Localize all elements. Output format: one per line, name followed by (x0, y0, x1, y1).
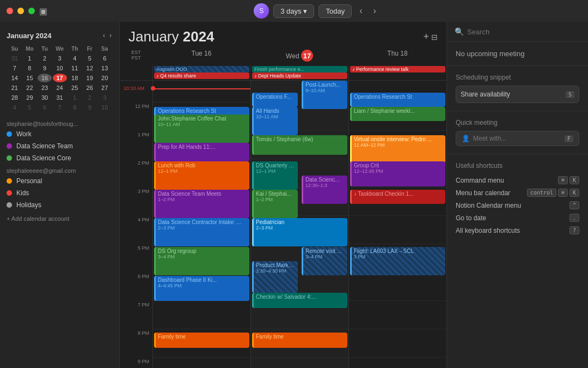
event-pediatrician[interactable]: Pediatrician 2–3 PM (252, 218, 347, 246)
mini-cal-day[interactable]: 2 (83, 93, 96, 102)
mini-cal-day[interactable]: 3 (97, 93, 112, 102)
mini-cal-day[interactable]: 15 (23, 74, 37, 82)
mini-cal-day[interactable]: 13 (97, 64, 112, 73)
mini-cal-next[interactable]: › (108, 31, 113, 40)
layout-icon: ▣ (39, 6, 47, 16)
next-arrow[interactable]: › (370, 4, 379, 18)
event-ds-team-meets[interactable]: Data Science Team Meets 1–2 PM (154, 190, 249, 218)
event-remote-visit[interactable]: Remote visit ... 3–4 PM (302, 247, 347, 275)
event-product-marketing[interactable]: Product Marketing Q&A 3:30–4:30 PM (252, 261, 298, 293)
mini-cal-day[interactable]: 5 (23, 103, 37, 112)
sidebar-item-work[interactable]: Work (0, 128, 119, 140)
mini-cal-day[interactable]: 28 (8, 93, 22, 102)
mini-cal-day[interactable]: 18 (68, 74, 82, 82)
sidebar-item-holidays[interactable]: Holidays (0, 199, 119, 211)
day-header-tue16[interactable]: Tue 16 (152, 47, 250, 65)
event-family-time-tue[interactable]: Family time (154, 333, 249, 348)
event-operations-f[interactable]: Operations F... (252, 93, 298, 107)
mini-cal-day[interactable]: 27 (97, 83, 112, 92)
cal-options-button[interactable]: ⊟ (431, 33, 438, 41)
mini-cal-day[interactable]: 9 (83, 103, 96, 112)
event-lunch-rob[interactable]: Lunch with Rob 12–1 PM (154, 161, 249, 190)
event-operations-research-thu[interactable]: Operations Research St (350, 93, 445, 107)
mini-cal-grid: Su Mo Tu We Th Fr Sa 31 1 2 3 4 5 6 (7, 44, 113, 113)
sidebar-item-data-science-core[interactable]: Data Science Core (0, 152, 119, 164)
current-time-indicator: 10:10 AM (153, 88, 250, 89)
event-family-time-wed[interactable]: Family time (252, 333, 347, 348)
mini-cal-day[interactable]: 30 (38, 93, 51, 102)
share-availability-button[interactable]: Share availability S (456, 86, 579, 103)
mini-cal-day[interactable]: 2 (38, 54, 51, 63)
sidebar-item-kids[interactable]: Kids (0, 187, 119, 199)
mini-cal-day[interactable]: 6 (38, 103, 51, 112)
mini-cal-day[interactable]: 23 (38, 83, 51, 92)
add-column-button[interactable]: + (423, 31, 429, 43)
event-data-science-col[interactable]: Data Scienc... 12:30–1:3 (302, 176, 347, 204)
day-header-thu18[interactable]: Thu 18 (348, 47, 446, 65)
search-input[interactable] (467, 28, 580, 36)
mini-cal-day[interactable]: 26 (83, 83, 96, 92)
mini-cal-day[interactable]: 3 (53, 54, 67, 63)
event-ds-quarterly[interactable]: DS Quarterly Outreach 12–1 PM (252, 161, 298, 190)
event-virtual-onsite[interactable]: Virtual onsite interview: Pedro ... 11 A… (350, 135, 445, 164)
today-button[interactable]: Today (318, 4, 352, 18)
days-selector[interactable]: 3 days ▾ (273, 4, 314, 18)
mini-cal-day[interactable]: 20 (97, 74, 112, 82)
add-calendar-account[interactable]: + Add calendar account (0, 211, 119, 226)
mini-cal-day[interactable]: 12 (83, 64, 96, 73)
event-flight-la603[interactable]: Flight: LA603 LAX→SCL 3 PM (350, 247, 445, 275)
event-prep-all-hands[interactable]: Prep for All Hands 11:... (154, 143, 249, 161)
allday-event-finish[interactable]: Finish performance e... (252, 66, 347, 73)
mini-cal-day[interactable]: 31 (53, 93, 67, 102)
mini-cal-day[interactable]: 8 (68, 103, 82, 112)
mini-cal-day[interactable]: 4 (68, 54, 82, 63)
mini-cal-day[interactable]: 7 (8, 64, 22, 73)
event-taskboard-checkin[interactable]: ♪ Taskboard Checkin 1... (350, 190, 445, 204)
event-checkin-salvador[interactable]: Checkin w/ Salvador 4:... (252, 293, 347, 308)
mini-cal-day[interactable]: 29 (23, 93, 37, 102)
event-ds-org-regroup[interactable]: DS Org regroup 3–4 PM (154, 247, 249, 275)
maximize-button[interactable] (28, 8, 35, 14)
mini-cal-day[interactable]: 10 (53, 64, 67, 73)
event-coffee-chat[interactable]: John:Stephanie Coffee Chat 10–11 AM (154, 114, 249, 143)
day-header-wed17[interactable]: Wed 17 (250, 47, 348, 65)
mini-cal-day[interactable]: 8 (23, 64, 37, 73)
mini-cal-day[interactable]: 31 (8, 54, 22, 63)
mini-cal-day[interactable]: 25 (68, 83, 82, 92)
mini-cal-day[interactable]: 14 (8, 74, 22, 82)
mini-cal-day[interactable]: 21 (8, 83, 22, 92)
allday-event-augusto[interactable]: Augusto OOO (154, 66, 249, 73)
mini-cal-day[interactable]: 4 (8, 103, 22, 112)
event-group-crit[interactable]: Group Crit 12–12:45 PM (350, 161, 445, 186)
mini-cal-day[interactable]: 5 (83, 54, 96, 63)
event-post-launch[interactable]: Post-Launch... 9–10 AM (302, 81, 347, 109)
mini-cal-day[interactable]: 6 (97, 54, 112, 63)
mini-cal-day[interactable]: 24 (53, 83, 67, 92)
mini-cal-day[interactable]: 1 (23, 54, 37, 63)
mini-cal-day[interactable]: 1 (68, 93, 82, 102)
event-tomas-stephanie[interactable]: Tomás / Stephanie (6w) (252, 135, 347, 155)
mini-cal-day[interactable]: 11 (68, 64, 82, 73)
allday-event-q4[interactable]: ♪ Q4 results share (154, 73, 249, 79)
sidebar-item-personal[interactable]: Personal (0, 175, 119, 187)
event-liam-stephanie[interactable]: Liam / Stephanie weekl... (350, 107, 445, 121)
allday-event-dept[interactable]: ♪ Dept Heads Update (252, 73, 347, 79)
event-kai-stephanie[interactable]: Kai / Stephai... 1–2 PM (252, 190, 298, 218)
mini-cal-day[interactable]: 16 (38, 74, 51, 82)
event-ds-contractor[interactable]: Data Science Contractor Intake: ... 2–3 … (154, 218, 249, 246)
meet-with-input[interactable] (473, 135, 561, 142)
mini-cal-day[interactable]: 22 (23, 83, 37, 92)
mini-cal-today[interactable]: 17 (53, 74, 67, 82)
event-all-hands[interactable]: All Hands 10–11 AM (252, 107, 298, 135)
event-dashboard-phase2[interactable]: Dashboard Phase II Ki... 4–4:45 PM (154, 276, 249, 301)
mini-cal-prev[interactable]: ‹ (102, 31, 106, 40)
mini-cal-day[interactable]: 7 (53, 103, 67, 112)
allday-event-review[interactable]: ♪ Performance review talk (350, 66, 445, 73)
mini-cal-day[interactable]: 9 (38, 64, 51, 73)
prev-arrow[interactable]: ‹ (356, 4, 365, 18)
minimize-button[interactable] (17, 8, 24, 14)
close-button[interactable] (7, 8, 13, 14)
mini-cal-day[interactable]: 10 (97, 103, 112, 112)
sidebar-item-data-science-team[interactable]: Data Science Team (0, 140, 119, 152)
mini-cal-day[interactable]: 19 (83, 74, 96, 82)
